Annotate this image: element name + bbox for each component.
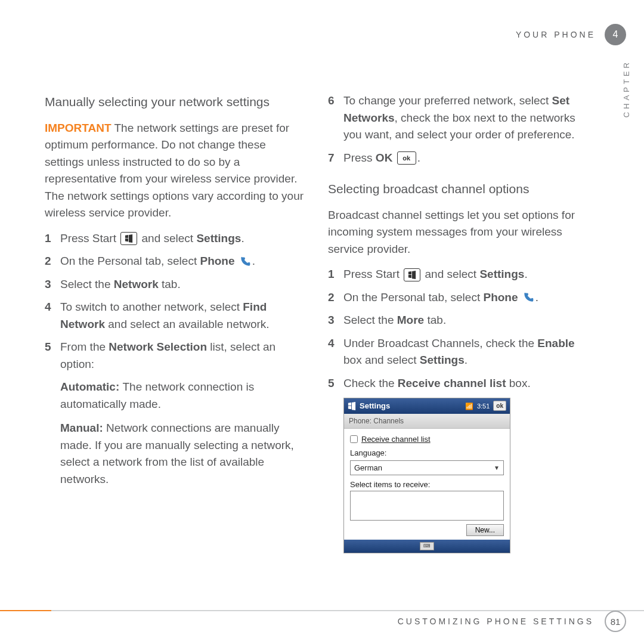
shot-body: Receive channel list Language: German ▼ … <box>344 429 510 540</box>
shot-time: 3:51 <box>477 401 490 411</box>
chapter-number-badge: 4 <box>605 24 626 45</box>
language-label: Language: <box>350 447 504 459</box>
step-number: 4 <box>328 335 343 369</box>
network-steps-cont: 6 To change your preferred network, sele… <box>328 92 587 166</box>
important-label: IMPORTANT <box>45 122 112 134</box>
step-number: 5 <box>328 375 343 392</box>
broadcast-intro: Broadcast channel settings let you set o… <box>328 207 587 258</box>
step-4: 4 To switch to another network, select F… <box>45 299 304 333</box>
step-7: 7 Press OK ok. <box>328 150 587 167</box>
option-automatic: Automatic: The network connection is aut… <box>60 379 304 413</box>
option-label: Automatic: <box>60 380 123 393</box>
step-5: 5 From the Network Selection list, selec… <box>45 339 304 373</box>
shot-inner: Phone: Channels Receive channel list Lan… <box>344 414 510 553</box>
receive-channel-checkbox[interactable] <box>350 435 358 443</box>
step-text: On the Personal tab, select Phone . <box>60 253 304 270</box>
step-text: Press Start and select Settings. <box>60 230 304 247</box>
main-content: Manually selecting your network settings… <box>45 92 587 553</box>
b-step-4: 4 Under Broadcast Channels, check the En… <box>328 335 587 369</box>
start-icon <box>404 268 420 281</box>
left-column: Manually selecting your network settings… <box>45 92 304 553</box>
step-text: Select the Network tab. <box>60 276 304 293</box>
step-number: 5 <box>45 339 60 373</box>
b-step-3: 3 Select the More tab. <box>328 312 587 329</box>
chapter-vertical-label: CHAPTER <box>622 60 631 117</box>
step-number: 2 <box>45 253 60 270</box>
step-text: Check the Receive channel list box. <box>343 375 587 392</box>
section-heading-network: Manually selecting your network settings <box>45 92 304 112</box>
shot-bottombar: ⌨ <box>344 540 510 553</box>
step-number: 6 <box>328 92 343 144</box>
broadcast-steps: 1 Press Start and select Settings. 2 On … <box>328 266 587 392</box>
start-icon <box>348 402 356 410</box>
select-items-label: Select items to receive: <box>350 479 504 491</box>
step-number: 3 <box>328 312 343 329</box>
keyboard-icon[interactable]: ⌨ <box>420 542 434 550</box>
page-footer: CUSTOMIZING PHONE SETTINGS 81 <box>398 611 626 632</box>
step-number: 1 <box>45 230 60 247</box>
step-2: 2 On the Personal tab, select Phone . <box>45 253 304 270</box>
b-step-2: 2 On the Personal tab, select Phone . <box>328 289 587 306</box>
signal-icon: 📶 <box>465 401 473 411</box>
option-manual: Manual: Network connections are manually… <box>60 420 304 488</box>
section-heading-broadcast: Selecting broadcast channel options <box>328 179 587 199</box>
important-text: The network settings are preset for opti… <box>45 122 304 219</box>
b-step-5: 5 Check the Receive channel list box. <box>328 375 587 392</box>
step-text: Press OK ok. <box>343 150 587 167</box>
step-text: Press Start and select Settings. <box>343 266 587 283</box>
step-number: 2 <box>328 289 343 306</box>
shot-titlebar: Settings 📶 3:51 ok <box>344 398 510 414</box>
ok-button-icon: ok <box>397 151 416 165</box>
language-value: German <box>354 462 382 474</box>
phone-icon <box>239 256 251 268</box>
step-text: To change your preferred network, select… <box>343 92 587 144</box>
shot-title: Settings <box>360 400 390 412</box>
items-listbox[interactable] <box>350 491 504 521</box>
step-1: 1 Press Start and select Settings. <box>45 230 304 247</box>
shot-ok-button[interactable]: ok <box>493 401 506 411</box>
right-column: 6 To change your preferred network, sele… <box>328 92 587 553</box>
step-3: 3 Select the Network tab. <box>45 276 304 293</box>
receive-channel-row: Receive channel list <box>350 434 504 445</box>
new-button[interactable]: New... <box>466 524 504 536</box>
page-header: YOUR PHONE 4 <box>516 24 644 45</box>
shot-subheader: Phone: Channels <box>344 414 510 429</box>
step-text: From the Network Selection list, select … <box>60 339 304 373</box>
network-steps: 1 Press Start and select Settings. 2 On … <box>45 230 304 373</box>
shot-status-icons: 📶 3:51 ok <box>465 401 506 411</box>
device-screenshot: Settings 📶 3:51 ok Phone: Channels Recei… <box>343 398 510 553</box>
chevron-down-icon: ▼ <box>494 463 500 472</box>
step-text: To switch to another network, select Fin… <box>60 299 304 333</box>
phone-icon <box>522 292 534 304</box>
step-text: Under Broadcast Channels, check the Enab… <box>343 335 587 369</box>
step-number: 7 <box>328 150 343 167</box>
step-6: 6 To change your preferred network, sele… <box>328 92 587 144</box>
step-number: 1 <box>328 266 343 283</box>
step-number: 3 <box>45 276 60 293</box>
step-text: On the Personal tab, select Phone . <box>343 289 587 306</box>
page-number-badge: 81 <box>605 611 626 632</box>
footer-section-title: CUSTOMIZING PHONE SETTINGS <box>398 617 594 626</box>
important-note: IMPORTANT The network settings are prese… <box>45 120 304 222</box>
header-section-title: YOUR PHONE <box>516 30 596 39</box>
step-number: 4 <box>45 299 60 333</box>
language-dropdown[interactable]: German ▼ <box>350 460 504 476</box>
receive-channel-label: Receive channel list <box>361 434 431 445</box>
step-text: Select the More tab. <box>343 312 587 329</box>
start-icon <box>120 232 137 245</box>
b-step-1: 1 Press Start and select Settings. <box>328 266 587 283</box>
option-label: Manual: <box>60 422 106 434</box>
